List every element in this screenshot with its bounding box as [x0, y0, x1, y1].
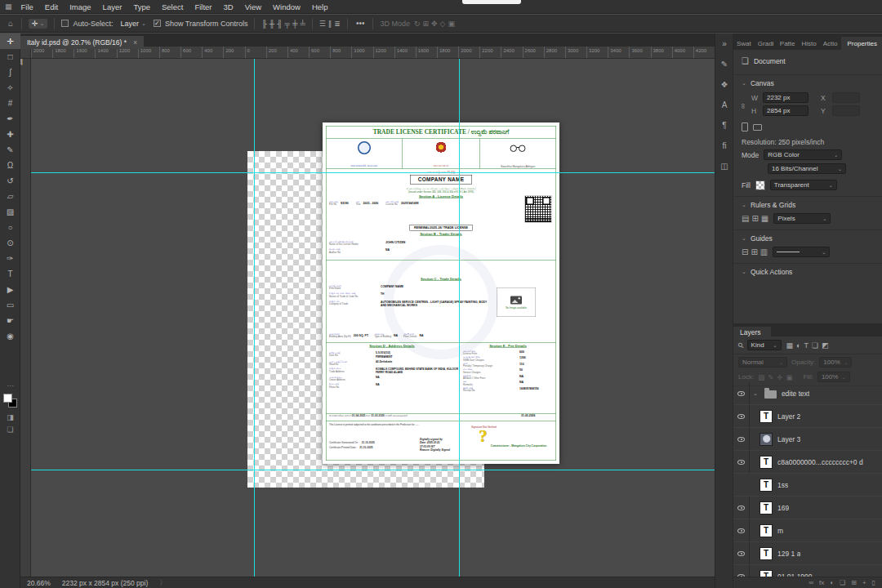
edit-toolbar-icon[interactable]: ⋯ [0, 382, 20, 390]
foreground-color-swatch[interactable] [3, 394, 12, 403]
app-icon[interactable]: ▦ [5, 2, 12, 11]
panel-tab[interactable]: Swat [733, 37, 755, 50]
document-tab[interactable]: Italy id.psd @ 20.7% (RGB/16) * × [20, 36, 144, 49]
filter-kind-dropdown[interactable]: Kind⌄ [747, 340, 782, 350]
eyedropper-tool[interactable]: ✒ [0, 111, 20, 127]
lock-option-icon[interactable]: ✎ [768, 373, 773, 381]
distribute-icon[interactable]: ☰ [319, 20, 326, 28]
move-tool[interactable]: ✛ [0, 33, 20, 49]
filter-type-icon[interactable]: ▦ [786, 341, 794, 350]
layers-footer-icon[interactable]: ∞ [808, 579, 813, 586]
align-icon[interactable]: ╧ [300, 20, 305, 28]
distribute-icon[interactable]: ≣ [334, 20, 341, 28]
quick-selection-tool[interactable]: ✧ [0, 80, 20, 96]
panel-tab[interactable]: Actio [820, 37, 841, 50]
layers-footer-icon[interactable]: ❏ [840, 579, 845, 586]
visibility-toggle[interactable] [733, 428, 750, 450]
panel-tab[interactable]: Properties [841, 37, 882, 50]
healing-brush-tool[interactable]: ✚ [0, 127, 20, 142]
canvas-area[interactable]: TRADE LICENSE CERTIFICATE / ಉದ್ದಿಮೆ ಪರವಾ… [31, 59, 715, 577]
3d-mode-icon[interactable]: ⊞ [423, 20, 430, 28]
visibility-toggle[interactable] [733, 382, 750, 404]
ruler-grid-icon[interactable]: ▦ [761, 214, 768, 223]
glyphs-panel-icon[interactable]: ﬁ [715, 136, 733, 156]
active-tool-icon[interactable]: ✛⌄ [29, 19, 47, 29]
chevron-down-icon[interactable]: ⌄ [742, 80, 746, 87]
auto-select-checkbox[interactable] [61, 20, 69, 27]
menu-item[interactable]: View [239, 2, 267, 11]
visibility-toggle[interactable] [733, 519, 750, 541]
opacity-dropdown[interactable]: 100%⌄ [819, 357, 852, 368]
layers-tab[interactable]: Layers [733, 327, 771, 338]
home-icon[interactable]: ⌂ [7, 19, 15, 28]
align-icon[interactable]: ╤ [285, 20, 290, 28]
layers-footer-icon[interactable]: ◐ [830, 579, 834, 586]
visibility-toggle[interactable] [733, 405, 750, 427]
menu-item[interactable]: File [16, 2, 39, 11]
quick-mask-icon[interactable]: ◨ [0, 412, 20, 424]
path-selection-tool[interactable]: ▶ [0, 282, 20, 297]
search-icon[interactable]: ⚲ [736, 341, 746, 350]
ruler-grid-icon[interactable]: ⊞ [751, 214, 758, 223]
dodge-tool[interactable]: ⊙ [0, 235, 20, 251]
guide-option-icon[interactable]: ▥ [760, 247, 768, 256]
width-field[interactable]: 2232 px [763, 92, 808, 103]
marquee-tool[interactable]: □ [0, 49, 20, 65]
pen-tool[interactable]: ✑ [0, 251, 20, 266]
status-chevron-icon[interactable]: 〉 [159, 578, 167, 588]
layers-footer-icon[interactable]: fx [819, 579, 824, 586]
ruler-grid-icon[interactable]: ▤ [742, 214, 749, 223]
auto-select-target-dropdown[interactable]: Layer⌄ [118, 19, 149, 29]
gradient-tool[interactable]: ▨ [0, 204, 20, 220]
3d-mode-icon[interactable]: ✥ [431, 20, 438, 28]
3d-mode-icon[interactable]: ▣ [448, 20, 456, 28]
close-document-icon[interactable]: × [133, 38, 137, 47]
filter-type-icon[interactable]: ◩ [822, 341, 829, 350]
history-brush-tool[interactable]: ↺ [0, 173, 20, 189]
visibility-toggle[interactable] [733, 497, 750, 519]
layer-row[interactable]: ⌄ m [733, 519, 882, 542]
chevron-down-icon[interactable]: ⌄ [742, 269, 746, 275]
layer-row[interactable]: ⌄ edite text [733, 382, 882, 405]
collapse-panels-icon[interactable]: » [715, 33, 733, 54]
menu-item[interactable]: Select [156, 2, 189, 11]
paragraph-panel-icon[interactable]: ¶ [715, 115, 733, 136]
menu-item[interactable]: Filter [189, 2, 217, 11]
menu-item[interactable]: 3D [218, 2, 239, 11]
vertical-ruler[interactable]: 8006004002000200400600800100012001400160… [20, 59, 31, 577]
menu-item[interactable]: Help [306, 2, 334, 11]
layers-footer-icon[interactable]: ▯ [872, 579, 875, 586]
visibility-toggle[interactable] [733, 565, 750, 577]
layer-row[interactable]: ⌄ 169 [733, 497, 882, 519]
type-tool[interactable]: T [0, 266, 20, 282]
filter-type-icon[interactable]: ❏ [812, 341, 818, 350]
brush-tool[interactable]: ✎ [0, 142, 20, 158]
blend-mode-dropdown[interactable]: Normal⌄ [738, 357, 787, 368]
lock-option-icon[interactable]: ✛ [777, 373, 782, 381]
menu-item[interactable]: Type [127, 2, 156, 11]
align-icon[interactable]: ╫ [270, 20, 274, 28]
layer-row[interactable]: ⌄ Layer 2 [733, 405, 882, 428]
layer-row[interactable]: ⌄ c8a0000000...cccccccc+0 d [733, 451, 882, 474]
filter-type-icon[interactable]: ◐ [796, 341, 800, 350]
character-panel-icon[interactable]: A [715, 95, 733, 115]
units-dropdown[interactable]: Pixels⌄ [773, 213, 831, 224]
color-mode-dropdown[interactable]: RGB Color⌄ [764, 149, 842, 160]
symmetry-panel-icon[interactable]: ❖ [715, 74, 733, 95]
hand-tool[interactable]: ☛ [0, 313, 20, 328]
crop-tool[interactable]: # [0, 96, 20, 111]
menu-item[interactable]: Layer [97, 2, 128, 11]
align-icon[interactable]: ╟ [261, 20, 266, 28]
height-field[interactable]: 2854 px [763, 105, 808, 116]
visibility-toggle[interactable] [733, 451, 750, 473]
panel-tab[interactable]: Gradi [755, 37, 777, 50]
more-options-icon[interactable]: ••• [354, 19, 367, 28]
canvas-fill-dropdown[interactable]: Transparent⌄ [770, 180, 837, 190]
chevron-down-icon[interactable]: ⌄ [742, 235, 746, 242]
layer-row[interactable]: ⌄ 129 1 a [733, 542, 882, 565]
menu-item[interactable]: Window [267, 2, 306, 11]
lock-option-icon[interactable]: ▣ [786, 373, 792, 381]
distribute-icon[interactable]: ∥ [328, 20, 332, 28]
guide-style-dropdown[interactable]: ⌄ [773, 247, 830, 257]
brush-settings-panel-icon[interactable]: ✎ [715, 54, 733, 74]
